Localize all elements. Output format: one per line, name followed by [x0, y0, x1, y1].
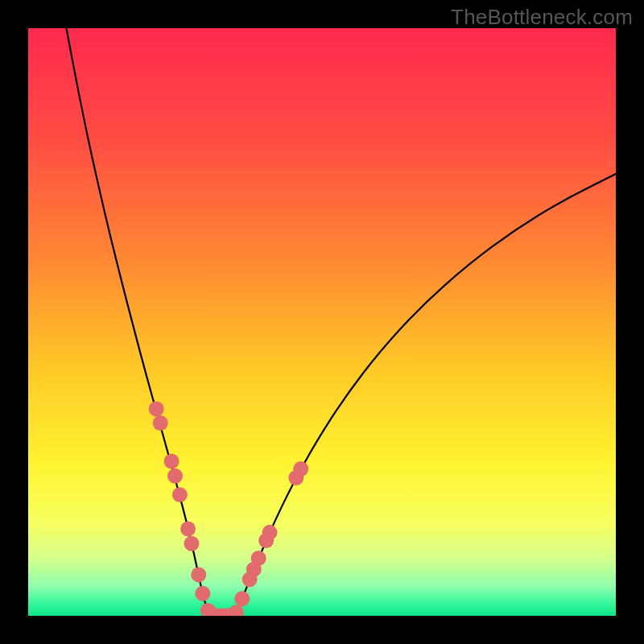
marker-dot — [195, 586, 210, 601]
marker-dot — [153, 415, 168, 431]
marker-dot — [234, 591, 250, 606]
gradient-background — [28, 28, 616, 616]
marker-dot — [164, 454, 180, 469]
marker-dot — [184, 536, 199, 551]
marker-dot — [149, 402, 164, 417]
marker-dot — [251, 551, 266, 566]
plot-area — [28, 28, 616, 616]
marker-dot — [262, 525, 278, 540]
watermark-text: TheBottleneck.com — [451, 5, 633, 30]
marker-dot — [293, 461, 308, 477]
marker-dot — [180, 521, 196, 536]
marker-dot — [191, 567, 206, 582]
marker-dot — [172, 487, 188, 502]
outer-frame: TheBottleneck.com — [0, 0, 644, 644]
chart-svg — [28, 28, 616, 616]
marker-dot — [167, 469, 183, 484]
